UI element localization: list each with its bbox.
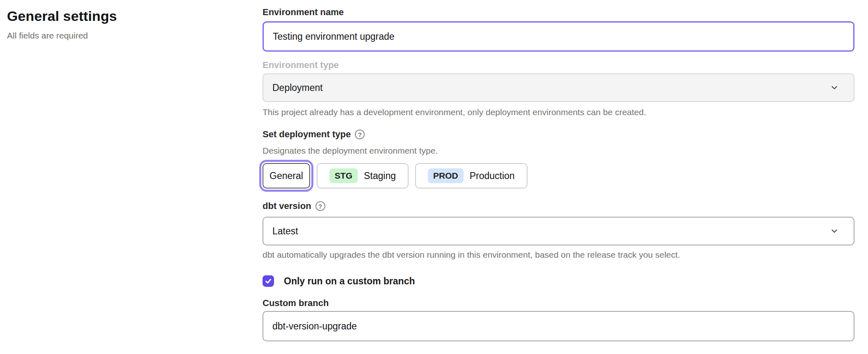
custom-branch-checkbox[interactable]	[263, 275, 274, 287]
custom-branch-field: Custom branch	[263, 298, 854, 341]
dbt-version-label: dbt version	[263, 201, 311, 211]
deployment-type-general-button[interactable]: General	[263, 163, 310, 188]
help-icon[interactable]: ?	[355, 129, 365, 139]
settings-form: Environment name Environment type Deploy…	[263, 0, 854, 354]
dbt-version-select[interactable]: Latest	[263, 217, 854, 245]
deployment-type-options: General STG Staging PROD Production	[263, 163, 854, 188]
environment-name-field: Environment name	[263, 7, 854, 52]
environment-type-helper: This project already has a development e…	[263, 107, 854, 118]
staging-badge: STG	[329, 168, 358, 183]
settings-header: General settings All fields are required	[7, 8, 237, 41]
page-title: General settings	[7, 8, 237, 24]
deployment-type-field: Set deployment type ? Designates the dep…	[263, 129, 854, 188]
page-subtitle: All fields are required	[7, 31, 237, 41]
chevron-down-icon	[830, 83, 839, 92]
dbt-version-value: Latest	[272, 226, 298, 237]
deployment-type-label: Set deployment type	[263, 129, 351, 140]
environment-name-input[interactable]	[263, 21, 854, 52]
dbt-version-field: dbt version ? Latest dbt automatically u…	[263, 201, 854, 260]
checkmark-icon	[265, 277, 272, 285]
deployment-type-production-label: Production	[470, 170, 515, 182]
deployment-type-staging-button[interactable]: STG Staging	[317, 163, 409, 188]
custom-branch-label: Custom branch	[263, 298, 854, 309]
chevron-down-icon	[830, 227, 839, 236]
custom-branch-input[interactable]	[263, 311, 854, 341]
environment-settings-page: General settings All fields are required…	[0, 0, 868, 354]
environment-type-select[interactable]: Deployment	[263, 73, 854, 102]
custom-branch-toggle-label: Only run on a custom branch	[284, 276, 415, 287]
environment-type-field: Environment type Deployment This project…	[263, 60, 854, 118]
production-badge: PROD	[428, 168, 464, 183]
help-icon[interactable]: ?	[315, 201, 325, 211]
deployment-type-general-label: General	[270, 170, 303, 182]
custom-branch-toggle-row: Only run on a custom branch	[263, 275, 854, 287]
environment-name-label: Environment name	[263, 7, 854, 18]
dbt-version-helper: dbt automatically upgrades the dbt versi…	[263, 250, 854, 260]
environment-type-value: Deployment	[272, 82, 323, 93]
deployment-type-description: Designates the deployment environment ty…	[263, 145, 854, 156]
deployment-type-production-button[interactable]: PROD Production	[415, 163, 528, 188]
environment-type-label: Environment type	[263, 60, 854, 70]
deployment-type-staging-label: Staging	[364, 170, 396, 182]
